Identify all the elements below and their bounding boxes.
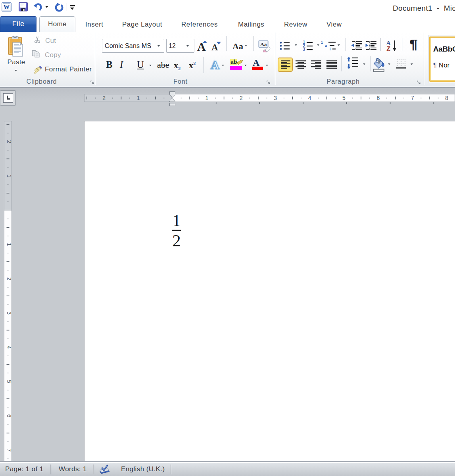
- svg-text:8: 8: [445, 95, 448, 101]
- svg-text:6: 6: [6, 415, 12, 418]
- svg-text:ab: ab: [230, 59, 237, 65]
- svg-text:A: A: [211, 58, 219, 71]
- svg-text:1: 1: [6, 243, 12, 246]
- svg-text:a: a: [325, 44, 327, 48]
- svg-text:1: 1: [137, 95, 140, 101]
- svg-text:1: 1: [321, 40, 323, 44]
- svg-text:5: 5: [6, 380, 12, 383]
- svg-text:4: 4: [308, 95, 311, 101]
- svg-text:4: 4: [6, 346, 12, 349]
- svg-text:1: 1: [6, 175, 12, 178]
- svg-text:3: 3: [274, 95, 277, 101]
- svg-text:i: i: [330, 47, 331, 51]
- svg-text:1: 1: [205, 95, 209, 101]
- svg-text:A: A: [253, 58, 260, 68]
- svg-text:Z: Z: [386, 45, 391, 52]
- svg-text:2: 2: [6, 140, 12, 143]
- svg-text:7: 7: [411, 95, 414, 101]
- svg-text:2: 2: [102, 95, 106, 101]
- svg-text:2: 2: [6, 277, 12, 280]
- svg-text:3: 3: [6, 311, 12, 315]
- svg-text:6: 6: [377, 95, 380, 101]
- svg-text:2: 2: [240, 95, 243, 101]
- svg-text:5: 5: [342, 95, 346, 101]
- svg-text:7: 7: [6, 449, 12, 452]
- svg-text:Aa: Aa: [260, 41, 267, 47]
